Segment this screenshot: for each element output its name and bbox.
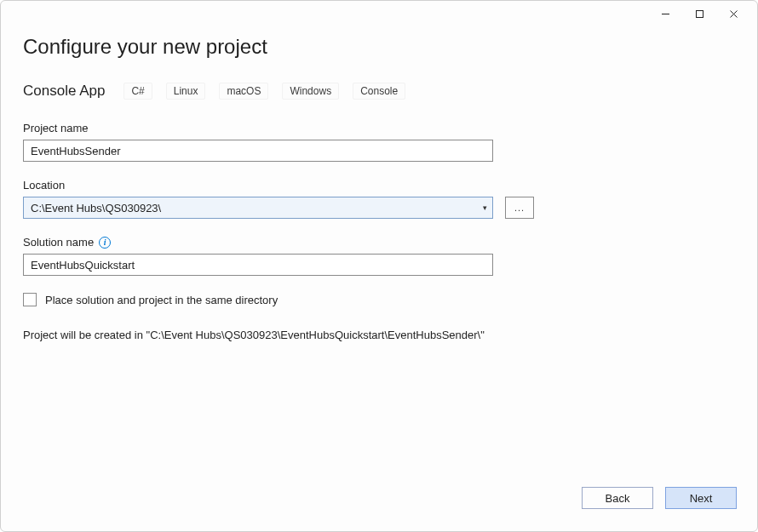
chevron-down-icon: ▾: [483, 203, 487, 212]
tag: macOS: [219, 83, 268, 100]
template-row: Console App C# Linux macOS Windows Conso…: [23, 83, 735, 100]
minimize-button[interactable]: [648, 2, 682, 26]
next-button[interactable]: Next: [665, 487, 737, 509]
back-button[interactable]: Back: [582, 487, 653, 509]
project-name-label: Project name: [23, 122, 735, 134]
location-value: C:\Event Hubs\QS030923\: [31, 202, 161, 215]
template-name: Console App: [23, 83, 105, 100]
browse-button[interactable]: ...: [505, 197, 534, 219]
project-name-input[interactable]: [23, 140, 493, 162]
tag: Linux: [166, 83, 206, 100]
location-label: Location: [23, 179, 735, 192]
dialog-window: Configure your new project Console App C…: [0, 0, 758, 532]
solution-name-input[interactable]: [23, 254, 493, 276]
path-preview-text: Project will be created in "C:\Event Hub…: [23, 329, 735, 341]
location-combobox[interactable]: C:\Event Hubs\QS030923\ ▾: [23, 197, 493, 219]
close-button[interactable]: [716, 2, 750, 26]
solution-name-field: Solution name i: [23, 236, 735, 276]
info-icon[interactable]: i: [99, 237, 111, 249]
same-directory-label: Place solution and project in the same d…: [45, 294, 278, 306]
location-field: Location C:\Event Hubs\QS030923\ ▾ ...: [23, 179, 735, 219]
content-area: Configure your new project Console App C…: [1, 26, 757, 477]
titlebar: [1, 1, 757, 26]
solution-name-label-text: Solution name: [23, 236, 94, 249]
tag: Console: [353, 83, 405, 100]
solution-name-label: Solution name i: [23, 236, 735, 249]
project-name-field: Project name: [23, 122, 735, 162]
maximize-button[interactable]: [682, 2, 716, 26]
page-title: Configure your new project: [23, 35, 735, 59]
same-directory-row: Place solution and project in the same d…: [23, 293, 735, 306]
same-directory-checkbox[interactable]: [23, 293, 37, 306]
footer: Back Next: [1, 477, 757, 531]
tag: C#: [123, 83, 152, 100]
tag: Windows: [282, 83, 339, 100]
svg-rect-1: [696, 10, 703, 17]
